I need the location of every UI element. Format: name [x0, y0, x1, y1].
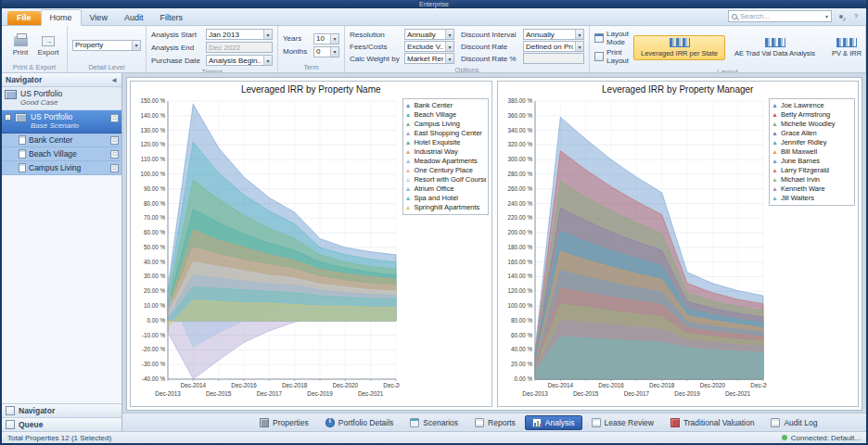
- legend-marker-icon: ▲: [772, 157, 778, 166]
- y-tick-label: 240.00 %: [507, 200, 532, 207]
- chevron-down-icon: ▾: [330, 34, 338, 44]
- x-tick-label: Dec-2018: [282, 382, 308, 388]
- navigator-panel: Navigator ◄ US Portfolio Good Case - US …: [2, 73, 122, 431]
- x-tick-label: Dec-2020: [333, 382, 359, 388]
- nav-item-bank-center[interactable]: Bank Center □: [2, 134, 121, 147]
- bottom-tab-reports[interactable]: Reports: [467, 415, 523, 430]
- item-action-icon[interactable]: □: [110, 150, 119, 159]
- print-layout-toggle[interactable]: Print Layout: [594, 48, 629, 65]
- legend-series-label: East Shopping Center: [414, 129, 481, 138]
- tab-audit[interactable]: Audit: [116, 10, 152, 25]
- item-action-icon[interactable]: □: [110, 164, 119, 172]
- legend-item: ▲Meadow Apartments: [405, 157, 486, 166]
- search-box[interactable]: ▾: [728, 10, 832, 22]
- legend-marker-icon: ▲: [405, 147, 412, 157]
- ribbon-group-layout: Layout Mode Print Layout Leveraged IRR p…: [590, 26, 866, 72]
- tab-filters[interactable]: Filters: [151, 10, 191, 25]
- bottom-tab-audit-log[interactable]: Audit Log: [763, 415, 824, 430]
- collapse-panel-icon[interactable]: ◄: [110, 76, 118, 84]
- pin-shape-icon: [839, 15, 843, 19]
- queue-panel-bar[interactable]: Queue: [2, 417, 121, 431]
- view-button-leveraged-irr-per-state[interactable]: Leveraged IRR per State: [633, 35, 725, 60]
- chevron-down-icon: ▾: [132, 41, 140, 50]
- x-tick-label: Dec-2013: [155, 390, 181, 397]
- bottom-tab-analysis[interactable]: Analysis: [525, 415, 582, 430]
- ribbon-group-detail-level: Property ▾ Detail Level: [68, 26, 147, 72]
- nav-item-campus-living[interactable]: Campus Living □: [2, 161, 121, 175]
- months-stepper[interactable]: 0 ▾: [313, 46, 339, 57]
- y-tick-label: 160.00 %: [507, 259, 532, 265]
- property-icon: [19, 163, 26, 172]
- layout-mode-icon: [594, 33, 604, 43]
- property-icon: [19, 149, 26, 159]
- search-dropdown-icon[interactable]: ▾: [825, 13, 828, 19]
- y-tick-label: 30.00 %: [144, 273, 166, 279]
- scenarios-icon: [410, 418, 419, 427]
- connection-status-icon: [782, 435, 787, 440]
- discount-interval-label: Discount Interval: [461, 31, 520, 39]
- item-action-icon[interactable]: □: [110, 114, 119, 122]
- ribbon-group-timing: Analysis Start Jan 2013 ▾ Analysis End D…: [147, 26, 278, 72]
- resolution-dropdown[interactable]: Annually ▾: [404, 29, 454, 40]
- y-tick-label: 20.00 %: [144, 287, 166, 294]
- x-tick-label: Dec-2015: [206, 390, 232, 397]
- legend-item: ▲Joe Lawrence: [772, 101, 852, 110]
- view-button-pv-irr[interactable]: PV & IRR: [824, 35, 866, 60]
- item-action-icon[interactable]: □: [110, 136, 119, 145]
- legend-item: ▲Larry Fitzgerald: [772, 166, 852, 175]
- legend-series-label: Kenneth Ware: [781, 184, 825, 194]
- detail-level-dropdown[interactable]: Property ▾: [72, 40, 141, 51]
- y-tick-label: -40.00 %: [142, 375, 166, 382]
- y-tick-label: -10.00 %: [142, 332, 166, 338]
- chart-legend: ▲Bank Center▲Beach Village▲Campus Living…: [402, 98, 489, 215]
- discount-rate-dropdown[interactable]: Defined on Pro... ▾: [523, 41, 584, 52]
- layout-mode-toggle[interactable]: Layout Mode: [594, 30, 629, 46]
- resolution-label: Resolution: [350, 31, 402, 39]
- chevron-down-icon: ▾: [575, 42, 583, 51]
- tab-home[interactable]: Home: [41, 9, 82, 26]
- group-label-layout: Layout: [594, 67, 861, 73]
- nav-item-us-portfolio-good-case[interactable]: US Portfolio Good Case: [2, 87, 121, 110]
- legend-series-label: Resort with Golf Course: [414, 175, 485, 184]
- calc-weight-dropdown[interactable]: Market Rent ▾: [404, 53, 454, 64]
- chart-panel-leveraged-irr-by-property-name: Leveraged IRR by Property Name 150.00 %1…: [130, 81, 492, 407]
- pin-icon[interactable]: [836, 11, 847, 22]
- print-label: Print: [13, 48, 28, 57]
- y-tick-label: 80.00 %: [144, 200, 166, 207]
- navigator-panel-bar[interactable]: Navigator: [2, 403, 121, 417]
- legend-marker-icon: ▲: [405, 157, 412, 166]
- help-icon[interactable]: ?: [850, 11, 862, 22]
- bottom-tab-traditional-valuation[interactable]: Traditional Valuation: [663, 415, 762, 430]
- y-tick-label: 140.00 %: [507, 273, 532, 279]
- tab-file[interactable]: File: [7, 11, 41, 25]
- print-button[interactable]: Print: [6, 33, 34, 57]
- nav-item-us-portfolio-base-scenario[interactable]: - US Portfolio Base Scenario □: [2, 110, 121, 134]
- purchase-date-dropdown[interactable]: Analysis Begin... ▾: [206, 55, 273, 66]
- legend-marker-icon: ▲: [772, 110, 778, 120]
- bottom-tab-scenarios[interactable]: Scenarios: [402, 415, 466, 430]
- search-input[interactable]: [740, 12, 823, 20]
- bottom-tab-lease-review[interactable]: Lease Review: [584, 415, 661, 430]
- discount-interval-dropdown[interactable]: Annually ▾: [523, 29, 584, 40]
- x-tick-label: Dec-2014: [181, 382, 207, 388]
- fees-costs-dropdown[interactable]: Exclude V... ▾: [404, 41, 454, 52]
- view-button-ae-trad-val-data-analysis[interactable]: AE Trad Val Data Analysis: [727, 35, 823, 60]
- tab-view[interactable]: View: [82, 10, 116, 25]
- legend-series-label: One Century Place: [414, 166, 472, 175]
- export-button[interactable]: → Export: [34, 33, 62, 57]
- tree-collapse-icon[interactable]: -: [5, 114, 11, 121]
- purchase-date-value: Analysis Begin...: [209, 57, 262, 65]
- property-icon: [19, 135, 26, 145]
- chevron-down-icon: ▾: [263, 56, 272, 65]
- legend-series-label: Bank Center: [414, 101, 453, 110]
- years-stepper[interactable]: 10 ▾: [313, 33, 339, 44]
- analysis-start-dropdown[interactable]: Jan 2013 ▾: [206, 29, 273, 40]
- bottom-tab-portfolio-details[interactable]: Portfolio Details: [318, 415, 402, 430]
- bottom-tab-properties[interactable]: Properties: [252, 415, 316, 430]
- legend-item: ▲June Barnes: [772, 157, 852, 166]
- bottom-tab-label: Lease Review: [605, 418, 654, 427]
- y-tick-label: 0.00 %: [147, 317, 165, 324]
- y-tick-label: 220.00 %: [507, 214, 532, 221]
- x-tick-label: Dec-2020: [699, 382, 725, 388]
- nav-item-beach-village[interactable]: Beach Village □: [2, 147, 121, 161]
